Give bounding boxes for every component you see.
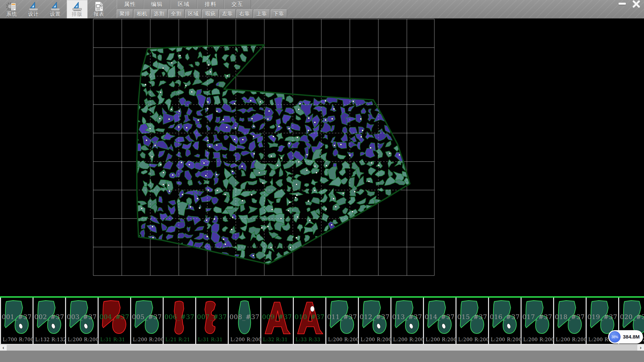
part-name-label: 010_#37 [294, 313, 325, 320]
tool-align-top[interactable]: 上靠 [254, 9, 270, 18]
part-lr-label: L:31 R:31 [100, 337, 125, 342]
minimize-button[interactable] [616, 0, 628, 7]
nav-label: 报表 [89, 11, 109, 17]
nav-button-settings[interactable]: 设置 [45, 0, 66, 18]
part-name-label: 015_#37 [457, 313, 488, 320]
part-cell-006_#37[interactable]: 006_#37L:21 R:21 [164, 298, 196, 344]
part-name-label: 016_#37 [489, 313, 521, 320]
main-toolbar: 系统 设计 设置 [0, 0, 644, 18]
part-cell-001_#37[interactable]: 001_#37L:700 R:700 [0, 298, 34, 344]
memory-status-badge: 38% 384.8M [608, 330, 643, 344]
part-cell-010_#37[interactable]: 010_#37L:33 R:33 [294, 298, 326, 344]
tool-cluster-nest[interactable]: 聚排 [117, 9, 133, 18]
part-name-label: 003_#37 [66, 313, 98, 320]
status-bar [0, 351, 644, 362]
part-lr-label: L:200 R:200 [328, 337, 359, 342]
part-name-label: 006_#37 [164, 313, 195, 320]
part-name-label: 005_#37 [131, 313, 163, 320]
horizontal-scrollbar[interactable]: ‹ › [0, 345, 644, 351]
menu-properties[interactable]: 属性 [117, 0, 144, 9]
part-lr-label: L:200 R:200 [458, 337, 489, 342]
set-square-icon [50, 1, 61, 12]
part-name-label: 014_#37 [424, 313, 455, 320]
part-name-label: 020_#37 [619, 313, 644, 320]
tool-camera[interactable]: 相机 [134, 9, 150, 18]
tool-region[interactable]: 区域 [185, 9, 202, 18]
part-cell-015_#37[interactable]: 015_#37L:200 R:200 [457, 298, 489, 344]
part-cell-002_#37[interactable]: 002_#37L:132 R:132 [34, 298, 66, 344]
part-cell-018_#37[interactable]: 018_#37L:200 R:200 [554, 298, 587, 344]
part-lr-label: L:200 R:200 [556, 337, 587, 342]
part-name-label: 009_#37 [261, 313, 293, 320]
part-name-label: 008_#37 [229, 313, 260, 320]
nav-label: 设计 [23, 11, 44, 17]
part-lr-label: L:31 R:31 [198, 337, 223, 342]
part-cell-014_#37[interactable]: 014_#37L:200 R:200 [424, 298, 457, 344]
nav-tabs: 系统 设计 设置 [1, 0, 110, 18]
nav-button-system[interactable]: 系统 [1, 0, 22, 18]
set-square-icon [28, 1, 39, 12]
part-lr-label: L:200 R:200 [133, 337, 164, 342]
part-cell-007_#37[interactable]: 007_#37L:31 R:31 [196, 298, 229, 344]
part-cell-004_#37[interactable]: 004_#37L:31 R:31 [99, 298, 131, 344]
nav-label: 设置 [45, 11, 66, 17]
gear-report-icon [6, 1, 17, 12]
part-cell-008_#37[interactable]: 008_#37L:200 R:200 [229, 298, 261, 344]
part-name-label: 018_#37 [554, 313, 586, 320]
menu-bar: 属性 编辑 区域 排料 交互 [117, 0, 251, 9]
tool-select-cut[interactable]: 选割 [151, 9, 167, 18]
part-lr-label: L:21 R:21 [165, 337, 190, 342]
part-cell-003_#37[interactable]: 003_#37L:200 R:200 [66, 298, 99, 344]
part-lr-label: L:33 R:33 [296, 337, 320, 342]
part-lr-label: L:200 R:200 [491, 337, 522, 342]
nesting-canvas[interactable] [0, 18, 644, 296]
nav-button-nesting-active[interactable]: 排版 [67, 0, 88, 18]
part-cell-005_#37[interactable]: 005_#37L:200 R:200 [131, 298, 164, 344]
tool-bar: 聚排 相机 选割 全割 区域 瑕疵 左靠 右靠 上靠 下靠 [117, 9, 287, 18]
menu-region[interactable]: 区域 [170, 0, 197, 9]
tool-cut-all[interactable]: 全割 [168, 9, 184, 18]
memory-value: 384.8M [623, 330, 640, 344]
part-lr-label: L:200 R:200 [68, 337, 99, 342]
nav-button-design[interactable]: 设计 [23, 0, 44, 18]
part-cell-017_#37[interactable]: 017_#37L:200 R:200 [522, 298, 554, 344]
nav-label: 排版 [67, 11, 88, 17]
part-cell-011_#37[interactable]: 011_#37L:200 R:200 [326, 298, 359, 344]
tool-defect[interactable]: 瑕疵 [202, 9, 219, 18]
part-cell-016_#37[interactable]: 016_#37L:200 R:200 [489, 298, 522, 344]
part-cell-012_#37[interactable]: 012_#37L:200 R:200 [359, 298, 391, 344]
menu-nesting[interactable]: 排料 [197, 0, 224, 9]
minimize-icon [619, 3, 626, 5]
nav-label: 系统 [1, 11, 22, 17]
part-name-label: 019_#37 [587, 313, 618, 320]
scroll-right-arrow-icon[interactable]: › [637, 345, 644, 351]
tool-align-right[interactable]: 右靠 [236, 9, 253, 18]
part-lr-label: L:200 R:200 [361, 337, 392, 342]
part-cell-009_#37[interactable]: 009_#37L:32 R:31 [261, 298, 294, 344]
part-lr-label: L:200 R:200 [426, 337, 457, 342]
usage-percent-badge: 38% [609, 331, 621, 343]
part-name-label: 017_#37 [522, 313, 553, 320]
part-lr-label: L:700 R:700 [3, 337, 34, 342]
tool-align-bottom[interactable]: 下靠 [271, 9, 287, 18]
close-icon [632, 0, 641, 8]
scroll-left-arrow-icon[interactable]: ‹ [0, 345, 7, 351]
part-name-label: 013_#37 [391, 313, 423, 320]
part-name-label: 004_#37 [99, 313, 130, 320]
part-lr-label: L:200 R:200 [230, 337, 262, 342]
part-cell-013_#37[interactable]: 013_#37L:200 R:200 [391, 298, 424, 344]
menu-edit[interactable]: 编辑 [144, 0, 170, 9]
parts-strip: 001_#37L:700 R:700002_#37L:132 R:132003_… [0, 298, 644, 344]
menu-interaction[interactable]: 交互 [224, 0, 251, 9]
hide-nesting-view [0, 18, 644, 296]
part-name-label: 011_#37 [326, 313, 358, 320]
part-name-label: 001_#37 [1, 313, 33, 320]
close-button[interactable] [630, 0, 643, 8]
part-name-label: 002_#37 [34, 313, 65, 320]
report-doc-icon [94, 1, 104, 12]
nav-button-report[interactable]: 报表 [89, 0, 109, 18]
part-name-label: 007_#37 [196, 313, 228, 320]
part-lr-label: L:200 R:200 [523, 337, 554, 342]
part-lr-label: L:200 R:200 [393, 337, 424, 342]
tool-align-left[interactable]: 左靠 [219, 9, 236, 18]
